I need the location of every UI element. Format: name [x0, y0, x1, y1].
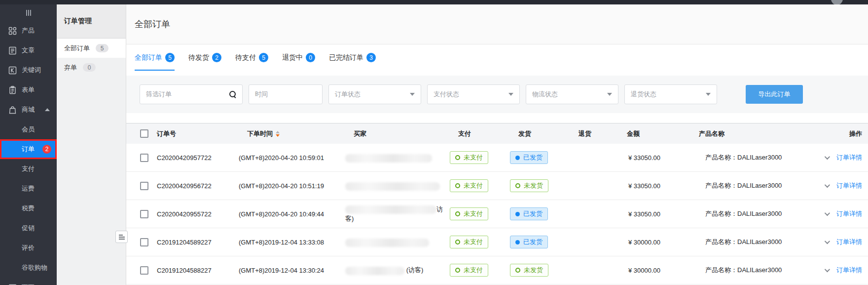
- table-row: C20200420955722 (GMT+8)2020-04-20 10:49:…: [126, 200, 868, 228]
- logistics-status-select[interactable]: 物流状态: [526, 84, 618, 104]
- status-dot-icon: [515, 183, 520, 188]
- tab-count-badge: 5: [165, 53, 175, 62]
- sidebar-item-keywords[interactable]: 关键词: [0, 60, 57, 80]
- redacted-buyer-name: [345, 267, 404, 275]
- panel-item-label: 弃单: [64, 63, 77, 72]
- amount-cell: ¥ 30000.00: [618, 267, 690, 274]
- panel-item-all-orders[interactable]: 全部订单 5: [57, 39, 126, 58]
- redacted-buyer-name: [345, 154, 432, 163]
- payment-status-placeholder: 支付状态: [434, 90, 459, 99]
- filter-bar: 筛选订单 时间 订单状态 支付状态 物流状态 退货状态 导出此订单: [126, 76, 868, 113]
- header-order-no: 订单号: [157, 129, 239, 138]
- sidebar-subitem-google-shopping[interactable]: 谷歌购物: [0, 258, 57, 278]
- search-icon[interactable]: [229, 91, 236, 98]
- sidebar-item-label: 税费: [22, 204, 35, 213]
- ship-status-badge: 已发货: [510, 207, 548, 220]
- order-filter-input[interactable]: 筛选订单: [140, 84, 243, 104]
- orders-side-panel: 订单管理 全部订单 5 弃单 0: [57, 4, 126, 285]
- sidebar-item-articles[interactable]: 文章: [0, 41, 57, 60]
- amount-cell: ¥ 30000.00: [618, 239, 690, 246]
- mall-bag-icon: [8, 106, 17, 114]
- payment-status-select[interactable]: 支付状态: [427, 84, 520, 104]
- pay-status-badge: 未支付: [450, 151, 488, 164]
- orders-table: 订单号 下单时间 买家 支付 发货 退货 金额 产品名称 操作 C2020042…: [126, 123, 868, 285]
- sort-toggle-icon[interactable]: [276, 131, 280, 137]
- sidebar-item-label: 运费: [22, 184, 35, 193]
- sidebar-subitem-members[interactable]: 会员: [0, 120, 57, 139]
- ship-status-badge: 未发货: [510, 179, 548, 192]
- user-avatar[interactable]: [831, 0, 843, 4]
- header-order-time: 下单时间: [239, 129, 345, 138]
- sidebar-subitem-shipping-fee[interactable]: 运费: [0, 179, 57, 199]
- pages-icon: [8, 284, 17, 285]
- ship-status-badge: 未发货: [510, 264, 548, 277]
- tab-completed[interactable]: 已完结订单 3: [329, 44, 376, 71]
- table-row: C20200420957722 (GMT+8)2020-04-20 10:59:…: [126, 144, 868, 172]
- product-cell: 产品名称：DALILaser3000: [690, 238, 809, 246]
- main-sidebar: 产品 文章 关键词 表单 商城 会员 订单 2 支付: [0, 4, 57, 285]
- header-pay: 支付: [450, 129, 510, 138]
- order-detail-link[interactable]: 订单详情: [836, 238, 862, 246]
- row-checkbox[interactable]: [140, 154, 148, 162]
- sidebar-subitem-orders[interactable]: 订单 2: [0, 139, 57, 159]
- status-dot-icon: [455, 240, 460, 244]
- top-bar: [0, 0, 868, 4]
- sidebar-subitem-reviews[interactable]: 评价: [0, 238, 57, 258]
- row-checkbox[interactable]: [140, 182, 148, 190]
- sidebar-item-forms[interactable]: 表单: [0, 80, 57, 100]
- buyer-cell: 访客): [345, 204, 450, 223]
- tab-to-pay[interactable]: 待支付 5: [235, 44, 268, 71]
- panel-toggle-button[interactable]: [115, 231, 128, 243]
- buyer-cell: [345, 181, 450, 190]
- tab-count-badge: 5: [259, 53, 268, 62]
- row-checkbox[interactable]: [140, 210, 148, 218]
- buyer-cell: [345, 237, 450, 246]
- order-filter-placeholder: 筛选订单: [146, 90, 172, 99]
- time-filter-input[interactable]: 时间: [249, 84, 323, 104]
- order-no: C20200420955722: [157, 210, 239, 218]
- sidebar-subitem-promotion[interactable]: 促销: [0, 218, 57, 238]
- chevron-up-icon: [45, 108, 50, 111]
- tab-count-badge: 0: [306, 53, 315, 62]
- expand-row-chevron-icon[interactable]: [825, 210, 830, 216]
- time-filter-placeholder: 时间: [255, 90, 268, 99]
- order-detail-link[interactable]: 订单详情: [836, 209, 862, 218]
- expand-row-chevron-icon[interactable]: [825, 182, 830, 188]
- order-no: C20191204588227: [157, 267, 239, 274]
- order-status-select[interactable]: 订单状态: [328, 84, 421, 104]
- product-cell: 产品名称：DALILaser3000: [690, 181, 809, 190]
- order-detail-link[interactable]: 订单详情: [836, 266, 862, 275]
- row-checkbox[interactable]: [140, 266, 148, 275]
- order-status-placeholder: 订单状态: [335, 90, 361, 99]
- tab-all-orders[interactable]: 全部订单 5: [135, 44, 175, 71]
- expand-row-chevron-icon[interactable]: [825, 267, 830, 272]
- tab-to-ship[interactable]: 待发货 2: [188, 44, 221, 71]
- order-time: (GMT+8)2019-12-04 13:30:24: [239, 267, 345, 274]
- order-detail-link[interactable]: 订单详情: [836, 153, 862, 162]
- order-detail-link[interactable]: 订单详情: [836, 181, 862, 190]
- export-orders-button[interactable]: 导出此订单: [746, 85, 803, 104]
- panel-item-abandoned-orders[interactable]: 弃单 0: [57, 58, 126, 77]
- sidebar-item-products[interactable]: 产品: [0, 21, 57, 41]
- sidebar-collapse-button[interactable]: [0, 4, 57, 21]
- panel-title: 订单管理: [57, 4, 126, 39]
- table-row: C20191204589227 (GMT+8)2019-12-04 13:33:…: [126, 228, 868, 256]
- sidebar-subitem-tax[interactable]: 税费: [0, 199, 57, 218]
- row-checkbox[interactable]: [140, 238, 148, 246]
- return-status-select[interactable]: 退货状态: [624, 84, 717, 104]
- form-icon: [8, 86, 17, 94]
- header-product: 产品名称: [690, 129, 809, 138]
- sidebar-subitem-payment[interactable]: 支付: [0, 159, 57, 179]
- sidebar-item-mall[interactable]: 商城: [0, 100, 57, 120]
- select-all-checkbox[interactable]: [140, 129, 148, 138]
- sidebar-item-label: 表单: [22, 85, 35, 94]
- expand-row-chevron-icon[interactable]: [825, 154, 830, 160]
- header-action: 操作: [809, 129, 868, 138]
- tab-returning[interactable]: 退货中 0: [282, 44, 315, 71]
- expand-row-chevron-icon[interactable]: [825, 239, 830, 244]
- pay-status-badge: 未支付: [450, 207, 488, 220]
- sidebar-item-label: 商城: [22, 105, 35, 114]
- sidebar-item-pages-clipped[interactable]: 页面: [0, 278, 57, 285]
- header-refund: 退货: [570, 129, 618, 138]
- product-cell: 产品名称：DALILaser3000: [690, 209, 809, 218]
